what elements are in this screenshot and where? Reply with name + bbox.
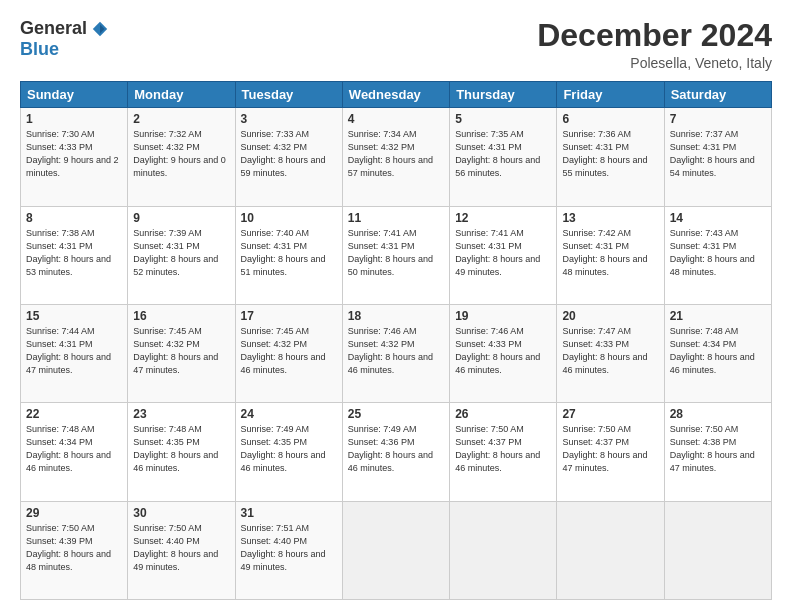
day-info: Sunrise: 7:40 AMSunset: 4:31 PMDaylight:… [241,228,326,277]
col-saturday: Saturday [664,82,771,108]
day-number: 12 [455,211,551,225]
day-number: 15 [26,309,122,323]
day-info: Sunrise: 7:39 AMSunset: 4:31 PMDaylight:… [133,228,218,277]
day-info: Sunrise: 7:50 AMSunset: 4:38 PMDaylight:… [670,424,755,473]
day-info: Sunrise: 7:32 AMSunset: 4:32 PMDaylight:… [133,129,226,178]
day-info: Sunrise: 7:48 AMSunset: 4:34 PMDaylight:… [670,326,755,375]
day-number: 9 [133,211,229,225]
col-thursday: Thursday [450,82,557,108]
day-info: Sunrise: 7:37 AMSunset: 4:31 PMDaylight:… [670,129,755,178]
day-info: Sunrise: 7:49 AMSunset: 4:36 PMDaylight:… [348,424,433,473]
table-row: 20 Sunrise: 7:47 AMSunset: 4:33 PMDaylig… [557,304,664,402]
day-number: 5 [455,112,551,126]
calendar-table: Sunday Monday Tuesday Wednesday Thursday… [20,81,772,600]
day-number: 16 [133,309,229,323]
day-info: Sunrise: 7:41 AMSunset: 4:31 PMDaylight:… [348,228,433,277]
day-number: 31 [241,506,337,520]
day-number: 24 [241,407,337,421]
table-row [664,501,771,599]
table-row: 30 Sunrise: 7:50 AMSunset: 4:40 PMDaylig… [128,501,235,599]
table-row: 23 Sunrise: 7:48 AMSunset: 4:35 PMDaylig… [128,403,235,501]
day-info: Sunrise: 7:30 AMSunset: 4:33 PMDaylight:… [26,129,119,178]
day-number: 19 [455,309,551,323]
day-info: Sunrise: 7:36 AMSunset: 4:31 PMDaylight:… [562,129,647,178]
header: General Blue December 2024 Polesella, Ve… [20,18,772,71]
day-number: 13 [562,211,658,225]
table-row: 16 Sunrise: 7:45 AMSunset: 4:32 PMDaylig… [128,304,235,402]
day-number: 23 [133,407,229,421]
table-row: 4 Sunrise: 7:34 AMSunset: 4:32 PMDayligh… [342,108,449,206]
day-number: 6 [562,112,658,126]
title-block: December 2024 Polesella, Veneto, Italy [537,18,772,71]
day-info: Sunrise: 7:50 AMSunset: 4:40 PMDaylight:… [133,523,218,572]
day-info: Sunrise: 7:35 AMSunset: 4:31 PMDaylight:… [455,129,540,178]
day-info: Sunrise: 7:45 AMSunset: 4:32 PMDaylight:… [133,326,218,375]
day-number: 4 [348,112,444,126]
calendar-week-row: 22 Sunrise: 7:48 AMSunset: 4:34 PMDaylig… [21,403,772,501]
table-row: 9 Sunrise: 7:39 AMSunset: 4:31 PMDayligh… [128,206,235,304]
day-number: 7 [670,112,766,126]
table-row: 25 Sunrise: 7:49 AMSunset: 4:36 PMDaylig… [342,403,449,501]
table-row: 15 Sunrise: 7:44 AMSunset: 4:31 PMDaylig… [21,304,128,402]
header-row: Sunday Monday Tuesday Wednesday Thursday… [21,82,772,108]
table-row: 6 Sunrise: 7:36 AMSunset: 4:31 PMDayligh… [557,108,664,206]
day-number: 2 [133,112,229,126]
table-row: 26 Sunrise: 7:50 AMSunset: 4:37 PMDaylig… [450,403,557,501]
table-row: 18 Sunrise: 7:46 AMSunset: 4:32 PMDaylig… [342,304,449,402]
table-row: 22 Sunrise: 7:48 AMSunset: 4:34 PMDaylig… [21,403,128,501]
calendar-week-row: 15 Sunrise: 7:44 AMSunset: 4:31 PMDaylig… [21,304,772,402]
day-info: Sunrise: 7:49 AMSunset: 4:35 PMDaylight:… [241,424,326,473]
day-number: 10 [241,211,337,225]
day-info: Sunrise: 7:50 AMSunset: 4:37 PMDaylight:… [455,424,540,473]
col-wednesday: Wednesday [342,82,449,108]
day-info: Sunrise: 7:51 AMSunset: 4:40 PMDaylight:… [241,523,326,572]
day-number: 20 [562,309,658,323]
logo: General Blue [20,18,109,60]
calendar-subtitle: Polesella, Veneto, Italy [537,55,772,71]
table-row: 19 Sunrise: 7:46 AMSunset: 4:33 PMDaylig… [450,304,557,402]
day-number: 3 [241,112,337,126]
day-number: 21 [670,309,766,323]
day-info: Sunrise: 7:34 AMSunset: 4:32 PMDaylight:… [348,129,433,178]
day-info: Sunrise: 7:50 AMSunset: 4:37 PMDaylight:… [562,424,647,473]
day-number: 8 [26,211,122,225]
table-row: 27 Sunrise: 7:50 AMSunset: 4:37 PMDaylig… [557,403,664,501]
col-monday: Monday [128,82,235,108]
table-row: 12 Sunrise: 7:41 AMSunset: 4:31 PMDaylig… [450,206,557,304]
table-row: 21 Sunrise: 7:48 AMSunset: 4:34 PMDaylig… [664,304,771,402]
table-row: 17 Sunrise: 7:45 AMSunset: 4:32 PMDaylig… [235,304,342,402]
table-row: 2 Sunrise: 7:32 AMSunset: 4:32 PMDayligh… [128,108,235,206]
table-row: 29 Sunrise: 7:50 AMSunset: 4:39 PMDaylig… [21,501,128,599]
day-info: Sunrise: 7:38 AMSunset: 4:31 PMDaylight:… [26,228,111,277]
table-row [557,501,664,599]
day-number: 27 [562,407,658,421]
calendar-week-row: 8 Sunrise: 7:38 AMSunset: 4:31 PMDayligh… [21,206,772,304]
logo-icon [91,20,109,38]
col-sunday: Sunday [21,82,128,108]
table-row: 1 Sunrise: 7:30 AMSunset: 4:33 PMDayligh… [21,108,128,206]
table-row [342,501,449,599]
day-number: 11 [348,211,444,225]
table-row: 7 Sunrise: 7:37 AMSunset: 4:31 PMDayligh… [664,108,771,206]
day-info: Sunrise: 7:33 AMSunset: 4:32 PMDaylight:… [241,129,326,178]
calendar-title: December 2024 [537,18,772,53]
day-number: 26 [455,407,551,421]
page: General Blue December 2024 Polesella, Ve… [0,0,792,612]
day-number: 14 [670,211,766,225]
table-row: 8 Sunrise: 7:38 AMSunset: 4:31 PMDayligh… [21,206,128,304]
day-number: 30 [133,506,229,520]
day-info: Sunrise: 7:46 AMSunset: 4:32 PMDaylight:… [348,326,433,375]
day-info: Sunrise: 7:48 AMSunset: 4:35 PMDaylight:… [133,424,218,473]
day-info: Sunrise: 7:43 AMSunset: 4:31 PMDaylight:… [670,228,755,277]
day-info: Sunrise: 7:48 AMSunset: 4:34 PMDaylight:… [26,424,111,473]
day-number: 29 [26,506,122,520]
day-info: Sunrise: 7:41 AMSunset: 4:31 PMDaylight:… [455,228,540,277]
logo-blue-text: Blue [20,39,59,60]
day-info: Sunrise: 7:47 AMSunset: 4:33 PMDaylight:… [562,326,647,375]
calendar-week-row: 1 Sunrise: 7:30 AMSunset: 4:33 PMDayligh… [21,108,772,206]
table-row: 3 Sunrise: 7:33 AMSunset: 4:32 PMDayligh… [235,108,342,206]
day-number: 1 [26,112,122,126]
table-row: 5 Sunrise: 7:35 AMSunset: 4:31 PMDayligh… [450,108,557,206]
day-number: 17 [241,309,337,323]
table-row: 28 Sunrise: 7:50 AMSunset: 4:38 PMDaylig… [664,403,771,501]
